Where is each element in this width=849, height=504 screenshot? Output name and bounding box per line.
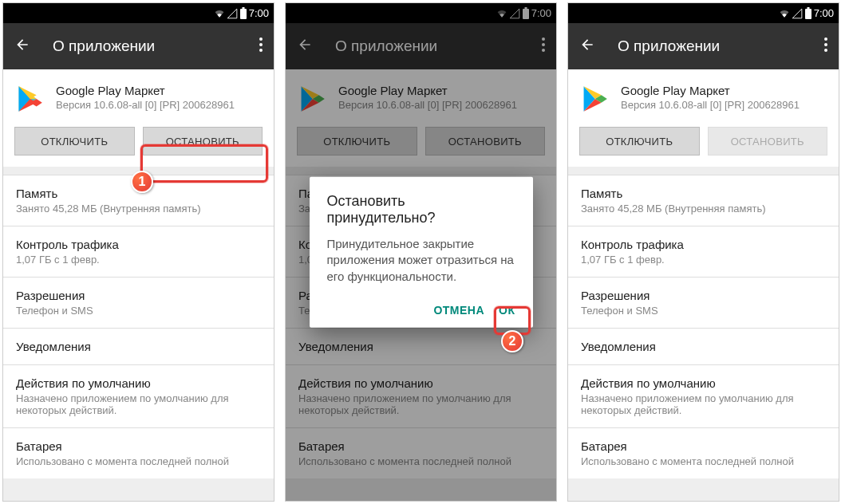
notifications-item[interactable]: Уведомления	[568, 328, 839, 364]
battery-icon	[239, 7, 247, 20]
permissions-item[interactable]: РазрешенияТелефон и SMS	[3, 277, 274, 328]
permissions-item[interactable]: РазрешенияТелефон и SMS	[568, 277, 839, 328]
dialog-text: Принудительное закрытие приложения может…	[327, 236, 515, 285]
force-stop-button[interactable]: ОСТАНОВИТЬ	[143, 127, 263, 156]
app-bar: О приложении	[568, 23, 839, 69]
dialog-cancel-button[interactable]: ОТМЕНА	[433, 303, 484, 316]
overflow-icon[interactable]	[259, 37, 263, 56]
back-icon[interactable]	[579, 37, 595, 56]
svg-rect-0	[240, 9, 247, 19]
app-name: Google Play Маркет	[56, 84, 235, 97]
battery-icon	[804, 7, 812, 20]
defaults-item[interactable]: Действия по умолчаниюНазначено приложени…	[568, 364, 839, 427]
svg-point-2	[259, 37, 263, 41]
svg-point-4	[259, 49, 263, 52]
screenshot-3: 7:00 О приложении Google Play Маркет Вер…	[567, 2, 839, 502]
disable-button[interactable]: ОТКЛЮЧИТЬ	[14, 127, 135, 156]
wifi-icon	[779, 8, 790, 19]
dialog-title: Остановить принудительно?	[327, 193, 515, 226]
force-stop-button-disabled: ОСТАНОВИТЬ	[708, 127, 828, 156]
app-version: Версия 10.6.08-all [0] [PR] 200628961	[56, 99, 235, 111]
data-usage-item[interactable]: Контроль трафика1,07 ГБ с 1 февр.	[3, 226, 274, 277]
svg-point-3	[259, 43, 263, 46]
back-icon[interactable]	[14, 37, 30, 56]
overflow-icon[interactable]	[824, 37, 827, 56]
svg-rect-10	[805, 9, 811, 19]
dialog-ok-button[interactable]: ОК	[499, 303, 515, 316]
svg-point-14	[824, 49, 827, 52]
app-version: Версия 10.6.08-all [0] [PR] 200628961	[621, 99, 800, 111]
status-bar: 7:00	[3, 3, 274, 23]
notifications-item[interactable]: Уведомления	[3, 328, 274, 364]
battery-item[interactable]: БатареяИспользовано с момента последней …	[568, 427, 839, 478]
page-title: О приложении	[53, 37, 259, 55]
play-store-icon	[579, 84, 610, 114]
status-bar: 7:00	[568, 3, 839, 23]
play-store-icon	[14, 84, 45, 114]
page-title: О приложении	[618, 37, 824, 55]
storage-item[interactable]: ПамятьЗанято 45,28 МБ (Внутренняя память…	[568, 175, 839, 226]
svg-rect-11	[807, 7, 809, 9]
disable-button[interactable]: ОТКЛЮЧИТЬ	[579, 127, 700, 156]
clock: 7:00	[249, 7, 269, 19]
app-name: Google Play Маркет	[621, 84, 800, 97]
svg-point-13	[824, 43, 827, 46]
signal-icon	[792, 8, 803, 19]
wifi-icon	[214, 8, 225, 19]
screenshot-1: 7:00 О приложении Google Play Маркет Вер…	[2, 2, 274, 502]
storage-item[interactable]: ПамятьЗанято 45,28 МБ (Внутренняя память…	[3, 175, 274, 226]
data-usage-item[interactable]: Контроль трафика1,07 ГБ с 1 февр.	[568, 226, 839, 277]
battery-item[interactable]: БатареяИспользовано с момента последней …	[3, 427, 274, 478]
clock: 7:00	[814, 7, 834, 19]
force-stop-dialog: Остановить принудительно? Принудительное…	[310, 177, 533, 328]
defaults-item[interactable]: Действия по умолчаниюНазначено приложени…	[3, 364, 274, 427]
screenshot-2: 7:00 О приложении Google Play Маркет Вер…	[285, 2, 557, 502]
app-bar: О приложении	[3, 23, 274, 69]
svg-point-12	[824, 37, 827, 41]
signal-icon	[227, 8, 238, 19]
svg-rect-1	[242, 7, 244, 9]
